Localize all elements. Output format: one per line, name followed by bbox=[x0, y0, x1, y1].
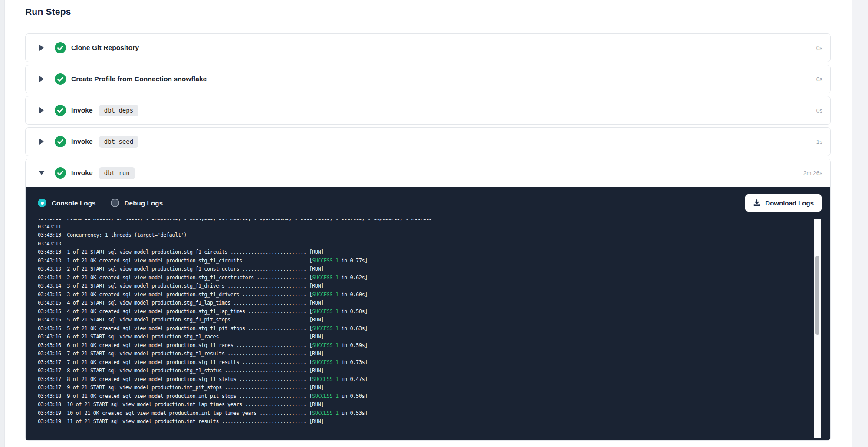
page-left-gutter bbox=[0, 0, 4, 447]
log-line: 03:43:19 11 of 21 START sql view model p… bbox=[38, 417, 811, 426]
log-line: 03:43:18 10 of 21 START sql view model p… bbox=[38, 401, 811, 409]
step-duration: 0s bbox=[816, 107, 822, 114]
main-panel: Run Steps Clone Git Repository 0s bbox=[4, 0, 852, 447]
step-duration: 0s bbox=[816, 45, 822, 51]
log-line: 03:43:15 3 of 21 OK created sql view mod… bbox=[38, 291, 811, 299]
log-line: 03:43:13 1 of 21 START sql view model pr… bbox=[38, 248, 811, 257]
run-step-invoke-dbt-run[interactable]: Invoke dbt run 2m 26s Console Logs Debug… bbox=[25, 159, 831, 441]
log-line: 03:43:16 6 of 21 START sql view model pr… bbox=[38, 333, 811, 341]
log-line: 03:43:17 8 of 21 START sql view model pr… bbox=[38, 367, 811, 375]
command-chip: dbt deps bbox=[99, 105, 138, 116]
step-label: Invoke bbox=[71, 106, 93, 114]
console-logs-label[interactable]: Console Logs bbox=[52, 199, 96, 207]
log-line: 03:43:11 bbox=[38, 223, 811, 232]
log-line: 03:43:16 6 of 21 OK created sql view mod… bbox=[38, 341, 811, 350]
console-scrollbar-thumb[interactable] bbox=[815, 256, 819, 335]
step-duration: 2m 26s bbox=[803, 170, 822, 176]
log-line: 03:43:17 7 of 21 OK created sql view mod… bbox=[38, 358, 811, 367]
console-log-output: 03:43:11 Found 21 models, 17 tests, 0 sn… bbox=[38, 219, 811, 435]
radio-selected-icon[interactable] bbox=[38, 199, 46, 207]
log-line: 03:43:13 1 of 21 OK created sql view mod… bbox=[38, 257, 811, 265]
log-line: 03:43:15 4 of 21 OK created sql view mod… bbox=[38, 308, 811, 316]
debug-logs-label[interactable]: Debug Logs bbox=[125, 199, 163, 207]
radio-unselected-icon[interactable] bbox=[111, 199, 119, 207]
console-logs-radio[interactable]: Console Logs bbox=[38, 199, 96, 207]
success-check-icon bbox=[55, 167, 66, 179]
caret-right-icon[interactable] bbox=[39, 107, 45, 113]
log-line: 03:43:16 5 of 21 OK created sql view mod… bbox=[38, 324, 811, 333]
step-duration: 0s bbox=[816, 76, 822, 83]
success-check-icon bbox=[55, 42, 66, 53]
caret-right-icon[interactable] bbox=[39, 139, 45, 145]
run-step-clone-git-repository[interactable]: Clone Git Repository 0s bbox=[25, 33, 831, 62]
log-line: 03:43:15 5 of 21 START sql view model pr… bbox=[38, 316, 811, 324]
page-right-gutter bbox=[852, 0, 868, 447]
caret-right-icon[interactable] bbox=[39, 76, 45, 82]
step-label: Invoke bbox=[71, 138, 93, 146]
download-logs-button[interactable]: Download Logs bbox=[745, 194, 822, 212]
run-step-create-profile[interactable]: Create Profile from Connection snowflake… bbox=[25, 65, 831, 93]
run-step-invoke-dbt-deps[interactable]: Invoke dbt deps 0s bbox=[25, 96, 831, 125]
log-line: 03:43:17 9 of 21 START sql view model pr… bbox=[38, 384, 811, 392]
log-line: 03:43:16 7 of 21 START sql view model pr… bbox=[38, 350, 811, 358]
log-line: 03:43:13 2 of 21 START sql view model pr… bbox=[38, 265, 811, 274]
log-line: 03:43:18 9 of 21 OK created sql view mod… bbox=[38, 392, 811, 401]
debug-logs-radio[interactable]: Debug Logs bbox=[111, 199, 163, 207]
log-line: 03:43:19 10 of 21 OK created sql view mo… bbox=[38, 409, 811, 418]
success-check-icon bbox=[55, 136, 66, 147]
download-logs-label: Download Logs bbox=[765, 199, 814, 207]
console-panel: Console Logs Debug Logs Download Logs 03… bbox=[26, 187, 830, 440]
caret-right-icon[interactable] bbox=[39, 45, 45, 51]
step-duration: 1s bbox=[816, 139, 822, 145]
log-line: 03:43:15 4 of 21 START sql view model pr… bbox=[38, 299, 811, 308]
download-icon bbox=[753, 199, 761, 207]
run-step-invoke-dbt-seed[interactable]: Invoke dbt seed 1s bbox=[25, 127, 831, 156]
page-title: Run Steps bbox=[25, 6, 831, 17]
command-chip: dbt seed bbox=[99, 136, 138, 148]
log-line: 03:43:11 Found 21 models, 17 tests, 0 sn… bbox=[38, 219, 811, 223]
log-line: 03:43:14 3 of 21 START sql view model pr… bbox=[38, 282, 811, 291]
success-check-icon bbox=[55, 73, 66, 85]
step-header[interactable]: Invoke dbt run 2m 26s bbox=[26, 159, 830, 187]
log-line: 03:43:13 Concurrency: 1 threads (target=… bbox=[38, 231, 811, 240]
step-label: Invoke bbox=[71, 169, 93, 177]
log-line: 03:43:13 bbox=[38, 240, 811, 248]
step-label: Create Profile from Connection snowflake bbox=[71, 75, 207, 83]
log-line: 03:43:17 8 of 21 OK created sql view mod… bbox=[38, 375, 811, 384]
caret-down-icon[interactable] bbox=[39, 171, 45, 175]
console-scrollbar-track[interactable] bbox=[814, 219, 821, 438]
step-label: Clone Git Repository bbox=[71, 44, 139, 52]
command-chip: dbt run bbox=[99, 167, 135, 179]
success-check-icon bbox=[55, 105, 66, 116]
log-line: 03:43:14 2 of 21 OK created sql view mod… bbox=[38, 274, 811, 282]
